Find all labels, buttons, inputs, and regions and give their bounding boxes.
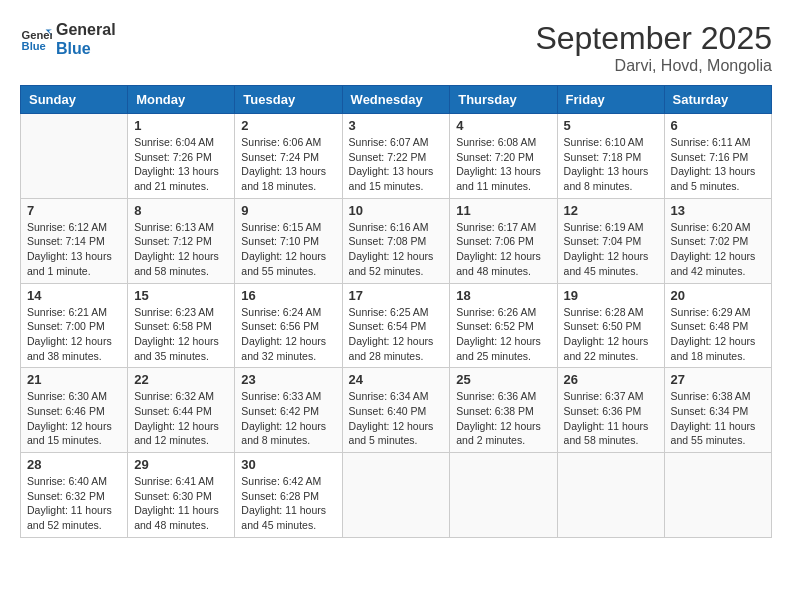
calendar-cell: 28Sunrise: 6:40 AM Sunset: 6:32 PM Dayli… [21, 453, 128, 538]
day-info: Sunrise: 6:11 AM Sunset: 7:16 PM Dayligh… [671, 135, 765, 194]
calendar-cell: 6Sunrise: 6:11 AM Sunset: 7:16 PM Daylig… [664, 114, 771, 199]
month-title: September 2025 [535, 20, 772, 57]
day-number: 20 [671, 288, 765, 303]
day-number: 18 [456, 288, 550, 303]
day-number: 24 [349, 372, 444, 387]
calendar-cell: 5Sunrise: 6:10 AM Sunset: 7:18 PM Daylig… [557, 114, 664, 199]
logo-icon: General Blue [20, 23, 52, 55]
calendar-cell: 1Sunrise: 6:04 AM Sunset: 7:26 PM Daylig… [128, 114, 235, 199]
day-number: 27 [671, 372, 765, 387]
day-info: Sunrise: 6:25 AM Sunset: 6:54 PM Dayligh… [349, 305, 444, 364]
day-info: Sunrise: 6:23 AM Sunset: 6:58 PM Dayligh… [134, 305, 228, 364]
day-number: 5 [564, 118, 658, 133]
day-info: Sunrise: 6:21 AM Sunset: 7:00 PM Dayligh… [27, 305, 121, 364]
calendar-cell: 21Sunrise: 6:30 AM Sunset: 6:46 PM Dayli… [21, 368, 128, 453]
day-number: 30 [241, 457, 335, 472]
day-number: 16 [241, 288, 335, 303]
calendar-cell: 13Sunrise: 6:20 AM Sunset: 7:02 PM Dayli… [664, 198, 771, 283]
calendar-cell: 10Sunrise: 6:16 AM Sunset: 7:08 PM Dayli… [342, 198, 450, 283]
calendar-cell: 7Sunrise: 6:12 AM Sunset: 7:14 PM Daylig… [21, 198, 128, 283]
calendar-cell [450, 453, 557, 538]
day-number: 29 [134, 457, 228, 472]
day-info: Sunrise: 6:24 AM Sunset: 6:56 PM Dayligh… [241, 305, 335, 364]
calendar-cell: 29Sunrise: 6:41 AM Sunset: 6:30 PM Dayli… [128, 453, 235, 538]
calendar-cell: 12Sunrise: 6:19 AM Sunset: 7:04 PM Dayli… [557, 198, 664, 283]
logo: General Blue General Blue [20, 20, 116, 58]
day-number: 15 [134, 288, 228, 303]
day-info: Sunrise: 6:10 AM Sunset: 7:18 PM Dayligh… [564, 135, 658, 194]
day-number: 8 [134, 203, 228, 218]
calendar-cell: 26Sunrise: 6:37 AM Sunset: 6:36 PM Dayli… [557, 368, 664, 453]
day-info: Sunrise: 6:15 AM Sunset: 7:10 PM Dayligh… [241, 220, 335, 279]
day-info: Sunrise: 6:34 AM Sunset: 6:40 PM Dayligh… [349, 389, 444, 448]
day-number: 3 [349, 118, 444, 133]
title-block: September 2025 Darvi, Hovd, Mongolia [535, 20, 772, 75]
day-info: Sunrise: 6:16 AM Sunset: 7:08 PM Dayligh… [349, 220, 444, 279]
day-info: Sunrise: 6:20 AM Sunset: 7:02 PM Dayligh… [671, 220, 765, 279]
day-info: Sunrise: 6:13 AM Sunset: 7:12 PM Dayligh… [134, 220, 228, 279]
day-number: 25 [456, 372, 550, 387]
weekday-header-thursday: Thursday [450, 86, 557, 114]
day-info: Sunrise: 6:32 AM Sunset: 6:44 PM Dayligh… [134, 389, 228, 448]
day-number: 17 [349, 288, 444, 303]
day-info: Sunrise: 6:06 AM Sunset: 7:24 PM Dayligh… [241, 135, 335, 194]
calendar-week-1: 1Sunrise: 6:04 AM Sunset: 7:26 PM Daylig… [21, 114, 772, 199]
calendar-cell: 20Sunrise: 6:29 AM Sunset: 6:48 PM Dayli… [664, 283, 771, 368]
logo-general: General [56, 20, 116, 39]
calendar-header-row: SundayMondayTuesdayWednesdayThursdayFrid… [21, 86, 772, 114]
calendar-cell: 11Sunrise: 6:17 AM Sunset: 7:06 PM Dayli… [450, 198, 557, 283]
day-info: Sunrise: 6:08 AM Sunset: 7:20 PM Dayligh… [456, 135, 550, 194]
calendar-cell [21, 114, 128, 199]
page-header: General Blue General Blue September 2025… [20, 20, 772, 75]
day-number: 2 [241, 118, 335, 133]
day-number: 22 [134, 372, 228, 387]
day-number: 13 [671, 203, 765, 218]
weekday-header-monday: Monday [128, 86, 235, 114]
day-number: 12 [564, 203, 658, 218]
day-number: 9 [241, 203, 335, 218]
day-number: 7 [27, 203, 121, 218]
calendar-week-5: 28Sunrise: 6:40 AM Sunset: 6:32 PM Dayli… [21, 453, 772, 538]
day-info: Sunrise: 6:17 AM Sunset: 7:06 PM Dayligh… [456, 220, 550, 279]
day-info: Sunrise: 6:12 AM Sunset: 7:14 PM Dayligh… [27, 220, 121, 279]
day-info: Sunrise: 6:40 AM Sunset: 6:32 PM Dayligh… [27, 474, 121, 533]
day-info: Sunrise: 6:30 AM Sunset: 6:46 PM Dayligh… [27, 389, 121, 448]
day-info: Sunrise: 6:19 AM Sunset: 7:04 PM Dayligh… [564, 220, 658, 279]
calendar-cell: 24Sunrise: 6:34 AM Sunset: 6:40 PM Dayli… [342, 368, 450, 453]
weekday-header-tuesday: Tuesday [235, 86, 342, 114]
calendar-cell: 15Sunrise: 6:23 AM Sunset: 6:58 PM Dayli… [128, 283, 235, 368]
day-info: Sunrise: 6:41 AM Sunset: 6:30 PM Dayligh… [134, 474, 228, 533]
calendar-cell: 30Sunrise: 6:42 AM Sunset: 6:28 PM Dayli… [235, 453, 342, 538]
day-number: 21 [27, 372, 121, 387]
day-number: 11 [456, 203, 550, 218]
calendar-cell: 23Sunrise: 6:33 AM Sunset: 6:42 PM Dayli… [235, 368, 342, 453]
calendar-cell [664, 453, 771, 538]
day-info: Sunrise: 6:38 AM Sunset: 6:34 PM Dayligh… [671, 389, 765, 448]
day-info: Sunrise: 6:37 AM Sunset: 6:36 PM Dayligh… [564, 389, 658, 448]
day-number: 1 [134, 118, 228, 133]
calendar-week-3: 14Sunrise: 6:21 AM Sunset: 7:00 PM Dayli… [21, 283, 772, 368]
calendar-cell: 4Sunrise: 6:08 AM Sunset: 7:20 PM Daylig… [450, 114, 557, 199]
day-number: 19 [564, 288, 658, 303]
calendar-cell: 27Sunrise: 6:38 AM Sunset: 6:34 PM Dayli… [664, 368, 771, 453]
calendar-cell: 16Sunrise: 6:24 AM Sunset: 6:56 PM Dayli… [235, 283, 342, 368]
logo-blue: Blue [56, 39, 116, 58]
calendar-cell: 19Sunrise: 6:28 AM Sunset: 6:50 PM Dayli… [557, 283, 664, 368]
calendar-cell: 22Sunrise: 6:32 AM Sunset: 6:44 PM Dayli… [128, 368, 235, 453]
calendar-cell: 14Sunrise: 6:21 AM Sunset: 7:00 PM Dayli… [21, 283, 128, 368]
weekday-header-saturday: Saturday [664, 86, 771, 114]
day-info: Sunrise: 6:36 AM Sunset: 6:38 PM Dayligh… [456, 389, 550, 448]
day-number: 6 [671, 118, 765, 133]
calendar-cell: 8Sunrise: 6:13 AM Sunset: 7:12 PM Daylig… [128, 198, 235, 283]
day-info: Sunrise: 6:04 AM Sunset: 7:26 PM Dayligh… [134, 135, 228, 194]
day-number: 4 [456, 118, 550, 133]
weekday-header-sunday: Sunday [21, 86, 128, 114]
location-title: Darvi, Hovd, Mongolia [535, 57, 772, 75]
day-number: 28 [27, 457, 121, 472]
day-info: Sunrise: 6:33 AM Sunset: 6:42 PM Dayligh… [241, 389, 335, 448]
calendar-cell: 17Sunrise: 6:25 AM Sunset: 6:54 PM Dayli… [342, 283, 450, 368]
weekday-header-wednesday: Wednesday [342, 86, 450, 114]
calendar-cell: 9Sunrise: 6:15 AM Sunset: 7:10 PM Daylig… [235, 198, 342, 283]
calendar-week-4: 21Sunrise: 6:30 AM Sunset: 6:46 PM Dayli… [21, 368, 772, 453]
calendar-cell: 3Sunrise: 6:07 AM Sunset: 7:22 PM Daylig… [342, 114, 450, 199]
